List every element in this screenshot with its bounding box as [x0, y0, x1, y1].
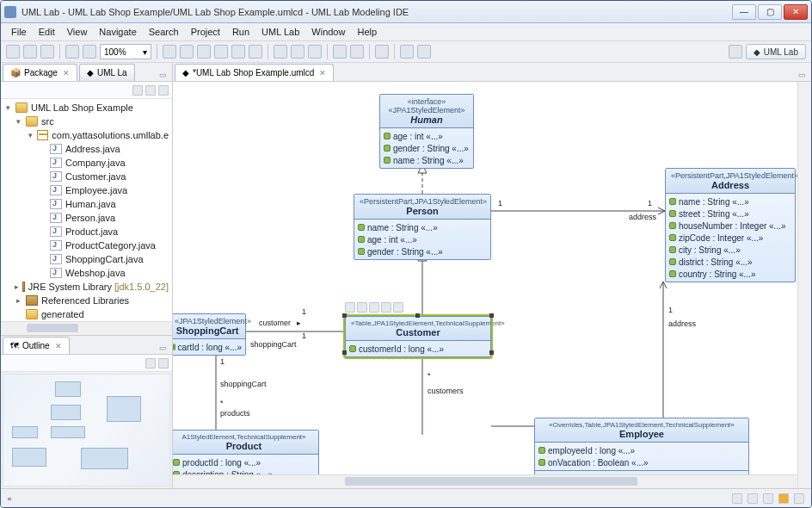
- menu-project[interactable]: Project: [186, 25, 225, 39]
- class-person[interactable]: «PersistentPart,JPA1StyledElement»Person…: [354, 194, 491, 260]
- java-file[interactable]: Customer.java: [65, 171, 126, 182]
- new-package-icon[interactable]: [350, 45, 364, 59]
- mult-label: 1: [220, 357, 225, 366]
- nav-fwd-icon[interactable]: [417, 45, 431, 59]
- outline-overview-icon[interactable]: [145, 358, 156, 369]
- class-customer[interactable]: «Table,JPA1StyledElement,TechnicalSupple…: [345, 316, 491, 357]
- class-shoppingcart[interactable]: «JPA1StyledElement»ShoppingCart cartId :…: [173, 313, 246, 356]
- package-node[interactable]: com.yattasolutions.umllab.e: [52, 130, 169, 140]
- status-update-icon[interactable]: [778, 493, 789, 504]
- run-icon[interactable]: [291, 45, 304, 59]
- align-middle-icon[interactable]: [231, 45, 245, 59]
- package-explorer-tree[interactable]: ▾UML Lab Shop Example ▾src ▾com.yattasol…: [1, 99, 172, 321]
- align-bottom-icon[interactable]: [249, 45, 262, 59]
- view-menu-icon[interactable]: [158, 85, 169, 96]
- menu-navigate[interactable]: Navigate: [94, 25, 141, 39]
- save-all-icon[interactable]: [40, 45, 54, 59]
- role-label: customers: [428, 387, 464, 395]
- menu-view[interactable]: View: [62, 25, 93, 39]
- title-bar: UML Lab - UML Lab Shop Example/UML Lab S…: [1, 1, 811, 23]
- java-file[interactable]: ShoppingCart.java: [65, 254, 144, 264]
- status-gc-icon[interactable]: [794, 493, 804, 504]
- java-file[interactable]: Employee.java: [65, 185, 127, 195]
- zoom-in-icon[interactable]: [65, 45, 79, 59]
- minimize-view-icon[interactable]: ▭: [156, 69, 170, 81]
- java-file[interactable]: ProductCategory.java: [65, 240, 156, 251]
- align-left-icon[interactable]: [163, 45, 176, 59]
- mult-label: *: [428, 371, 431, 380]
- nav-back-icon[interactable]: [400, 45, 414, 59]
- menu-umllab[interactable]: UML Lab: [256, 25, 304, 39]
- tab-outline[interactable]: 🗺 Outline✕: [3, 337, 70, 354]
- editor-tab-umlcd[interactable]: ◆ *UML Lab Shop Example.umlcd✕: [175, 64, 334, 81]
- debug-icon[interactable]: [274, 45, 287, 59]
- class-human[interactable]: «interface» «JPA1StyledElement»Human age…: [379, 94, 474, 169]
- op-icon[interactable]: [381, 302, 391, 313]
- mult-label: 1: [302, 307, 306, 316]
- java-file[interactable]: Product.java: [65, 226, 118, 237]
- editor-scrollbar-v[interactable]: [797, 82, 811, 488]
- search-icon[interactable]: [375, 45, 389, 59]
- ref-libraries[interactable]: Referenced Libraries: [41, 295, 129, 306]
- jre-library[interactable]: JRE System Library [jdk1.5.0_22]: [28, 282, 169, 292]
- status-icon: ▫: [8, 493, 11, 504]
- new-class-icon[interactable]: [333, 45, 347, 59]
- menu-file[interactable]: File: [6, 25, 32, 39]
- uml-diagram-canvas[interactable]: «interface» «JPA1StyledElement»Human age…: [173, 82, 811, 488]
- generated-folder[interactable]: generated: [41, 309, 84, 319]
- menu-help[interactable]: Help: [352, 25, 382, 39]
- minimize-button[interactable]: —: [732, 4, 756, 20]
- outline-tree-icon[interactable]: [158, 358, 169, 369]
- outline-thumbnail[interactable]: [3, 374, 170, 486]
- tab-package-explorer[interactable]: 📦 Package✕: [3, 64, 77, 81]
- new-icon[interactable]: [6, 45, 20, 59]
- mult-label: 1: [648, 199, 652, 208]
- mult-label: *: [220, 399, 224, 407]
- java-file[interactable]: Company.java: [65, 158, 126, 168]
- link-editor-icon[interactable]: [145, 85, 156, 96]
- mult-label: 1: [302, 331, 306, 340]
- window-title: UML Lab - UML Lab Shop Example/UML Lab S…: [22, 7, 732, 17]
- maximize-button[interactable]: ▢: [758, 4, 782, 20]
- menu-search[interactable]: Search: [144, 25, 184, 39]
- role-label: address: [668, 319, 696, 328]
- open-perspective-icon[interactable]: [729, 45, 742, 59]
- selection-toolbar[interactable]: [345, 302, 403, 313]
- java-file[interactable]: Webshop.java: [65, 268, 126, 278]
- java-file[interactable]: Human.java: [65, 199, 116, 209]
- role-label: shoppingCart: [220, 380, 267, 388]
- project-node[interactable]: UML Lab Shop Example: [31, 102, 133, 113]
- role-label: products: [220, 409, 250, 418]
- tree-scrollbar-h[interactable]: [1, 321, 172, 335]
- status-bar: ▫: [1, 488, 811, 507]
- tab-uml-lab[interactable]: ◆ UML La: [79, 64, 135, 81]
- align-center-icon[interactable]: [180, 45, 194, 59]
- more-icon[interactable]: [393, 302, 403, 313]
- close-button[interactable]: ✕: [784, 4, 808, 20]
- align-right-icon[interactable]: [197, 45, 211, 59]
- editor-scrollbar-h[interactable]: [173, 474, 797, 488]
- status-console-icon[interactable]: [732, 493, 742, 504]
- src-folder[interactable]: src: [41, 116, 54, 127]
- class-address[interactable]: «PersistentPart,JPA1StyledElement»Addres…: [665, 168, 796, 282]
- status-tasks-icon[interactable]: [763, 493, 773, 504]
- ext-tools-icon[interactable]: [308, 45, 322, 59]
- save-icon[interactable]: [23, 45, 37, 59]
- menu-window[interactable]: Window: [306, 25, 350, 39]
- zoom-out-icon[interactable]: [83, 45, 96, 59]
- menu-edit[interactable]: Edit: [34, 25, 60, 39]
- java-file[interactable]: Person.java: [65, 213, 115, 223]
- outline-toggle-icon[interactable]: ▭: [156, 342, 170, 354]
- delete-icon[interactable]: [357, 302, 367, 313]
- attr-icon[interactable]: [369, 302, 379, 313]
- edit-icon[interactable]: [345, 302, 355, 313]
- align-top-icon[interactable]: [214, 45, 228, 59]
- menu-run[interactable]: Run: [227, 25, 255, 39]
- editor-maximize-icon[interactable]: ▭: [795, 69, 809, 81]
- java-file[interactable]: Address.java: [65, 144, 120, 154]
- package-view-toolbar: [1, 82, 172, 99]
- zoom-combo[interactable]: 100%▾: [100, 44, 151, 59]
- perspective-umllab[interactable]: ◆ UML Lab: [746, 44, 806, 59]
- status-problems-icon[interactable]: [747, 493, 758, 504]
- collapse-all-icon[interactable]: [132, 85, 143, 96]
